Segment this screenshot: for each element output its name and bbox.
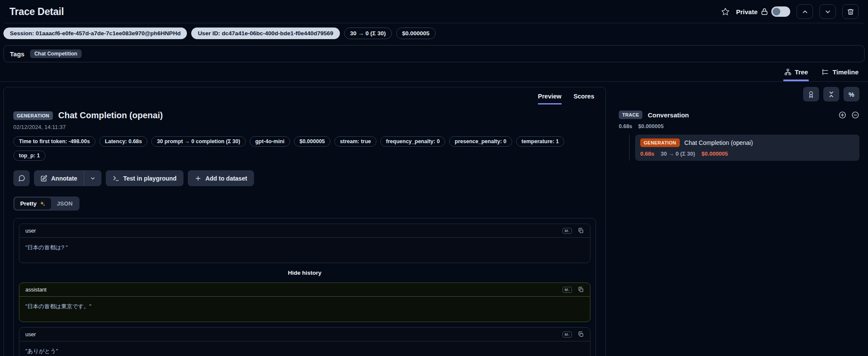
trace-tree-panel: % TRACE Conversation 0.68s $0.000005 GEN… <box>619 87 865 356</box>
chevron-down-icon <box>90 175 96 181</box>
message-header-icons: M↓ <box>562 331 584 338</box>
show-scores-button[interactable] <box>803 87 819 101</box>
message-role: assistant <box>25 287 46 293</box>
metric-badge: 30 prompt → 0 completion (Σ 30) <box>151 136 246 147</box>
circle-plus-icon[interactable] <box>838 111 847 119</box>
user-id-badge[interactable]: User ID: dc47a41e-06bc-400d-bde1-f0e440d… <box>191 28 339 39</box>
format-json-tab[interactable]: JSON <box>51 198 78 209</box>
metric-badge: stream: true <box>334 136 376 147</box>
generation-node-badge: GENERATION <box>640 138 680 147</box>
tags-container[interactable]: Tags Chat Competition <box>3 45 865 62</box>
observation-actions: Annotate Test in playground Add to datas… <box>13 170 596 186</box>
plus-icon <box>195 175 202 182</box>
observation-title: Chat Completion (openai) <box>58 110 163 120</box>
tab-timeline-label: Timeline <box>832 68 859 76</box>
fold-vertical-icon <box>828 91 835 98</box>
node-latency: 0.68s <box>640 150 654 157</box>
terminal-icon <box>113 175 119 182</box>
markdown-toggle-icon[interactable]: M↓ <box>562 287 572 293</box>
star-icon <box>721 7 730 16</box>
trash-icon <box>847 8 854 15</box>
copy-button[interactable] <box>578 331 584 338</box>
observation-title-row: GENERATION Chat Completion (openai) <box>13 110 596 120</box>
node-metrics: 0.68s 30 → 0 (Σ 30) $0.000005 <box>640 150 854 157</box>
privacy-label: Private <box>736 8 758 15</box>
message-header: user M↓ <box>19 328 590 341</box>
add-to-dataset-button[interactable]: Add to dataset <box>188 170 254 186</box>
show-percentages-button[interactable]: % <box>844 87 859 101</box>
next-trace-button[interactable] <box>819 4 836 19</box>
observation-timestamp: 02/12/2024, 14:11:37 <box>13 124 596 130</box>
tree-toolbar: % <box>619 87 859 101</box>
generation-node-selected[interactable]: GENERATION Chat Completion (openai) 0.68… <box>635 135 859 161</box>
observation-panel: Preview Scores GENERATION Chat Completio… <box>3 87 606 356</box>
message-assistant: assistant M↓ "日本の首都は東京です。" <box>19 282 590 322</box>
lock-icon <box>761 8 768 15</box>
trace-type-badge: TRACE <box>619 110 642 119</box>
generation-node-title: Chat Completion (openai) <box>685 139 753 146</box>
annotate-dropdown-button[interactable] <box>84 170 101 186</box>
token-usage-badge: 30 → 0 (Σ 30) <box>344 28 392 39</box>
hide-history-button[interactable]: Hide history <box>19 268 590 277</box>
message-user-2: user M↓ "ありがとう" <box>19 327 590 356</box>
observation-body: GENERATION Chat Completion (openai) 02/1… <box>4 104 605 356</box>
copy-icon <box>578 227 584 234</box>
copy-button[interactable] <box>578 227 584 234</box>
page-title: Trace Detail <box>9 6 64 18</box>
generation-type-badge: GENERATION <box>13 111 53 120</box>
message-header-icons: M↓ <box>562 227 584 234</box>
node-cost: $0.000005 <box>702 150 728 157</box>
message-header: user M↓ <box>19 224 590 238</box>
trace-root-row[interactable]: TRACE Conversation <box>619 110 859 119</box>
comments-button[interactable] <box>13 170 30 186</box>
tab-scores[interactable]: Scores <box>574 93 594 104</box>
metric-badge: temperature: 1 <box>516 136 565 147</box>
circle-minus-icon[interactable] <box>851 111 859 119</box>
award-icon <box>807 91 815 98</box>
page-header: Trace Detail Private <box>0 0 868 23</box>
collapse-all-button[interactable] <box>823 87 839 101</box>
pretty-label: Pretty <box>20 200 37 207</box>
node-title-row: GENERATION Chat Completion (openai) <box>640 138 854 147</box>
edit-icon <box>40 175 47 182</box>
privacy-control: Private <box>736 6 790 17</box>
metric-badge: frequency_penalty: 0 <box>380 136 445 147</box>
cost-badge: $0.000005 <box>396 28 436 39</box>
session-badge[interactable]: Session: 01aaacf6-e0fe-457d-a7de-7c1ee08… <box>3 28 187 39</box>
observation-metric-badges: Time to first token: -498.00s Latency: 0… <box>13 136 591 161</box>
node-tokens: 30 → 0 (Σ 30) <box>661 150 695 157</box>
tree-children: GENERATION Chat Completion (openai) 0.68… <box>629 135 859 161</box>
trace-latency: 0.68s <box>619 123 632 129</box>
delete-trace-button[interactable] <box>842 4 859 19</box>
trace-metrics: 0.68s $0.000005 <box>619 123 859 129</box>
privacy-toggle[interactable] <box>771 6 790 17</box>
message-role: user <box>25 331 36 338</box>
tags-label: Tags <box>10 50 24 58</box>
tab-preview[interactable]: Preview <box>538 93 562 104</box>
trace-meta-row: Session: 01aaacf6-e0fe-457d-a7de-7c1ee08… <box>0 23 868 43</box>
markdown-toggle-icon[interactable]: M↓ <box>562 228 572 234</box>
annotate-button[interactable]: Annotate <box>34 170 84 186</box>
bookmark-star-button[interactable] <box>721 7 730 16</box>
playground-label: Test in playground <box>123 175 177 182</box>
tag-chip[interactable]: Chat Competition <box>30 49 82 58</box>
metric-badge: Latency: 0.68s <box>99 136 147 147</box>
message-role: user <box>25 228 36 234</box>
chevron-up-icon <box>801 8 809 15</box>
annotate-split-button: Annotate <box>34 170 101 186</box>
previous-trace-button[interactable] <box>797 4 813 19</box>
metric-badge: top_p: 1 <box>13 150 46 161</box>
markdown-toggle-icon[interactable]: M↓ <box>562 331 572 338</box>
trace-title: Conversation <box>648 111 689 119</box>
copy-button[interactable] <box>578 286 584 293</box>
header-actions: Private <box>721 4 859 19</box>
chevron-down-icon <box>824 8 831 15</box>
test-in-playground-button[interactable]: Test in playground <box>106 170 183 186</box>
tree-icon <box>784 68 792 76</box>
format-pretty-tab[interactable]: Pretty <box>15 198 51 209</box>
tab-tree[interactable]: Tree <box>783 68 809 81</box>
tab-timeline[interactable]: Timeline <box>821 68 859 81</box>
messages-container: user M↓ "日本の首都は? " Hide history assistan… <box>13 218 596 356</box>
timeline-icon <box>822 68 829 76</box>
message-content: "日本の首都は? " <box>19 238 590 263</box>
